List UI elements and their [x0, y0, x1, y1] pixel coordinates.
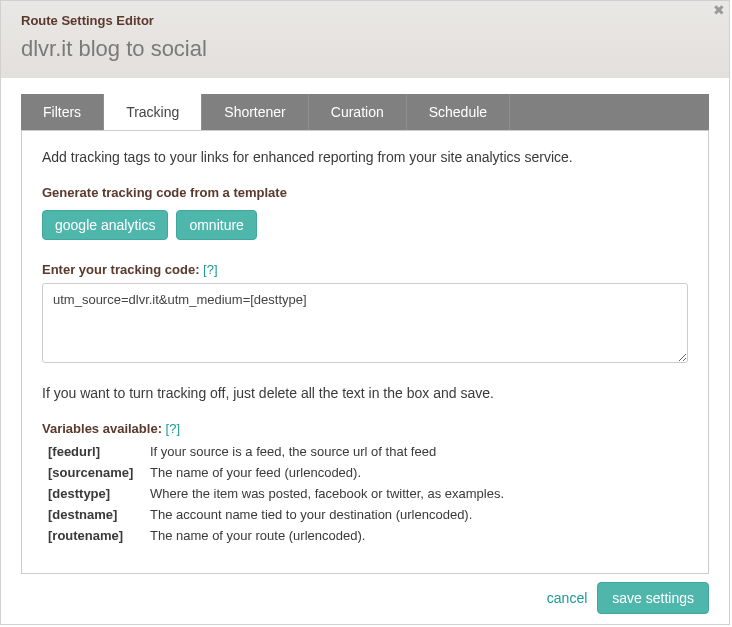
- tab-curation[interactable]: Curation: [309, 94, 407, 130]
- tab-panel-tracking: Add tracking tags to your links for enha…: [21, 130, 709, 574]
- variable-name: [routename]: [42, 528, 150, 543]
- cancel-button[interactable]: cancel: [547, 590, 587, 606]
- omniture-button[interactable]: omniture: [176, 210, 256, 240]
- variables-help-icon[interactable]: [?]: [166, 421, 180, 436]
- modal-footer: cancel save settings: [547, 582, 709, 614]
- intro-text: Add tracking tags to your links for enha…: [42, 149, 688, 165]
- variable-name: [desttype]: [42, 486, 150, 501]
- variable-desc: If your source is a feed, the source url…: [150, 444, 688, 459]
- tracking-code-help-icon[interactable]: [?]: [203, 262, 217, 277]
- header-title: Route Settings Editor: [21, 13, 709, 28]
- variable-row: [sourcename] The name of your feed (urle…: [42, 465, 688, 480]
- tracking-code-label: Enter your tracking code: [?]: [42, 262, 688, 277]
- tab-tracking[interactable]: Tracking: [104, 94, 202, 130]
- tracking-code-label-text: Enter your tracking code:: [42, 262, 199, 277]
- tab-shortener[interactable]: Shortener: [202, 94, 308, 130]
- variable-desc: The name of your feed (urlencoded).: [150, 465, 688, 480]
- template-label: Generate tracking code from a template: [42, 185, 688, 200]
- variable-desc: The account name tied to your destinatio…: [150, 507, 688, 522]
- variable-desc: Where the item was posted, facebook or t…: [150, 486, 688, 501]
- tabs-bar: Filters Tracking Shortener Curation Sche…: [21, 94, 709, 130]
- tracking-code-input[interactable]: utm_source=dlvr.it&utm_medium=[desttype]: [42, 283, 688, 363]
- modal-header: Route Settings Editor dlvr.it blog to so…: [1, 1, 729, 78]
- tab-filters[interactable]: Filters: [21, 94, 104, 130]
- variable-name: [feedurl]: [42, 444, 150, 459]
- tab-schedule[interactable]: Schedule: [407, 94, 510, 130]
- google-analytics-button[interactable]: google analytics: [42, 210, 168, 240]
- modal-container: ✖ Route Settings Editor dlvr.it blog to …: [0, 0, 730, 625]
- variable-row: [destname] The account name tied to your…: [42, 507, 688, 522]
- modal-body: Filters Tracking Shortener Curation Sche…: [1, 78, 729, 574]
- variable-desc: The name of your route (urlencoded).: [150, 528, 688, 543]
- header-subtitle: dlvr.it blog to social: [21, 36, 709, 62]
- variable-row: [feedurl] If your source is a feed, the …: [42, 444, 688, 459]
- variables-label: Variables available: [?]: [42, 421, 688, 436]
- variable-row: [routename] The name of your route (urle…: [42, 528, 688, 543]
- variables-label-text: Variables available:: [42, 421, 162, 436]
- template-buttons: google analytics omniture: [42, 210, 688, 240]
- variable-row: [desttype] Where the item was posted, fa…: [42, 486, 688, 501]
- tabs-filler: [510, 94, 709, 130]
- save-settings-button[interactable]: save settings: [597, 582, 709, 614]
- close-icon[interactable]: ✖: [713, 3, 725, 17]
- variable-name: [destname]: [42, 507, 150, 522]
- tracking-off-note: If you want to turn tracking off, just d…: [42, 385, 688, 401]
- variable-name: [sourcename]: [42, 465, 150, 480]
